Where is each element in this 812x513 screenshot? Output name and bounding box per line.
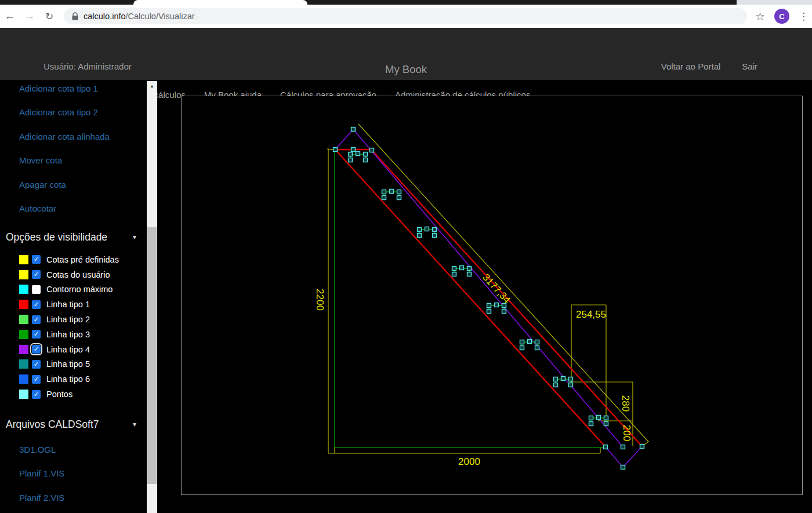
sidebar-tool-link[interactable]: Adicionar cota alinhada [19, 131, 147, 143]
address-bar[interactable]: calculo.info/Calculo/Visualizar [64, 8, 747, 24]
visibility-checkbox[interactable]: ✓ [32, 345, 41, 354]
browser-tab-strip [0, 0, 812, 5]
forward-button[interactable]: → [20, 10, 39, 23]
visibility-option-label: Cotas pré definidas [46, 255, 119, 264]
sidebar-scrollbar[interactable]: ▲ [147, 81, 157, 513]
visibility-option-row: ✓Linha tipo 2 [0, 312, 147, 327]
lines-red [335, 150, 642, 447]
file-list: 3D1.OGLPlanif 1.VISPlanif 2.VISVistaxy.V… [0, 431, 147, 513]
visibility-option-row: Contorno máximo [0, 282, 147, 297]
url-path: /Calculo/Visualizar [126, 12, 195, 21]
visibility-option-label: Linha tipo 2 [46, 315, 90, 324]
files-section-title: Arquivos CALDSoft7 [6, 418, 99, 431]
dim-label-2000: 2000 [458, 456, 480, 467]
sidebar-file-link[interactable]: Planif 1.VIS [19, 468, 147, 479]
visibility-section-title: Opções de visibilidade [6, 231, 107, 243]
visibility-checkbox[interactable]: ✓ [32, 315, 41, 324]
chevron-down-icon: ▾ [133, 418, 136, 431]
visibility-option-label: Linha tipo 5 [46, 359, 90, 369]
sidebar-tool-link[interactable]: Mover cota [19, 155, 147, 166]
bookmark-star-icon[interactable]: ☆ [755, 10, 765, 23]
chevron-down-icon: ▾ [133, 231, 136, 243]
back-arrow-icon: ← [5, 10, 16, 22]
dimension-lines [327, 124, 648, 453]
back-button[interactable]: ← [0, 10, 20, 23]
color-swatch [19, 315, 28, 324]
dim-label-200: 200 [621, 425, 632, 441]
tool-list: Adicionar cota tipo 1Adicionar cota tipo… [0, 80, 147, 214]
reload-icon: ↻ [45, 11, 53, 22]
files-section-header[interactable]: Arquivos CALDSoft7 ▾ [0, 418, 147, 431]
dim-label-280: 280 [620, 395, 631, 412]
visibility-option-label: Linha tipo 1 [46, 300, 90, 309]
logout-link[interactable]: Sair [742, 61, 757, 71]
visibility-option-label: Linha tipo 6 [46, 374, 90, 384]
visibility-checkbox[interactable]: ✓ [32, 300, 41, 309]
sidebar-file-link[interactable]: 3D1.OGL [19, 444, 147, 456]
color-swatch [19, 359, 28, 369]
visibility-option-label: Linha tipo 4 [46, 345, 90, 354]
visibility-option-row: ✓Pontos [0, 387, 147, 402]
color-swatch [19, 285, 28, 294]
color-swatch [19, 330, 28, 339]
active-tab[interactable] [133, 0, 307, 5]
visibility-option-row: ✓Cotas pré definidas [0, 252, 147, 267]
reload-button[interactable]: ↻ [39, 10, 59, 23]
sidebar-tool-link[interactable]: Adicionar cota tipo 2 [19, 107, 147, 118]
drawing-canvas[interactable]: 2200 2000 3177,34 254,55 280 200 [181, 96, 803, 495]
dim-label-2200: 2200 [314, 289, 325, 311]
dim-label-offset: 254,55 [576, 309, 606, 320]
visibility-option-label: Pontos [46, 390, 72, 399]
visibility-option-row: ✓Linha tipo 3 [0, 327, 147, 342]
scroll-up-arrow-icon[interactable]: ▲ [147, 81, 157, 90]
color-swatch [19, 345, 28, 354]
profile-avatar[interactable]: C [774, 9, 789, 24]
visibility-checkbox[interactable]: ✓ [32, 390, 41, 399]
portal-link[interactable]: Voltar ao Portal [661, 61, 721, 71]
visibility-option-row: ✓Linha tipo 5 [0, 357, 147, 372]
forward-arrow-icon: → [24, 10, 35, 22]
visibility-option-row: ✓Linha tipo 6 [0, 372, 147, 387]
color-swatch [19, 255, 28, 264]
cad-drawing: 2200 2000 3177,34 254,55 280 200 [182, 96, 803, 496]
lines-purple [335, 129, 642, 467]
visibility-option-row: ✓Cotas do usuário [0, 267, 147, 282]
sidebar: Adicionar cota tipo 1Adicionar cota tipo… [0, 80, 147, 513]
browser-toolbar: ← → ↻ calculo.info/Calculo/Visualizar ☆ … [0, 5, 812, 28]
scrollbar-thumb[interactable] [147, 227, 157, 484]
visibility-checkbox[interactable]: ✓ [32, 360, 41, 369]
visibility-checkbox[interactable]: ✓ [32, 270, 41, 279]
visibility-checkbox[interactable]: ✓ [32, 255, 41, 264]
sidebar-tool-link[interactable]: Apagar cota [19, 179, 147, 191]
visibility-section-header[interactable]: Opções de visibilidade ▾ [0, 231, 147, 243]
color-swatch [19, 390, 28, 399]
visibility-checkbox[interactable]: ✓ [32, 375, 41, 384]
color-swatch [19, 270, 28, 279]
visibility-option-row: ✓Linha tipo 4 [0, 342, 147, 357]
visibility-checkbox[interactable] [32, 285, 41, 294]
app-header: Usuário: Administrador My Book Voltar ao… [0, 28, 812, 80]
visibility-option-label: Cotas do usuário [46, 270, 110, 279]
url-host: calculo.info [84, 12, 126, 21]
sidebar-tool-link[interactable]: Autocotar [19, 203, 147, 214]
sidebar-file-link[interactable]: Planif 2.VIS [19, 492, 147, 504]
visibility-option-row: ✓Linha tipo 1 [0, 297, 147, 312]
lock-icon [72, 12, 78, 20]
visibility-options: ✓Cotas pré definidas✓Cotas do usuárioCon… [0, 252, 147, 402]
visibility-option-label: Linha tipo 3 [46, 330, 90, 339]
color-swatch [19, 374, 28, 384]
dim-label-diagonal: 3177,34 [480, 272, 513, 305]
tab-strip-right-area [737, 0, 812, 5]
sidebar-tool-link[interactable]: Adicionar cota tipo 1 [19, 83, 147, 94]
visibility-checkbox[interactable]: ✓ [32, 330, 41, 339]
browser-menu-icon[interactable]: ⋮ [799, 10, 809, 23]
color-swatch [19, 300, 28, 309]
step-markers [349, 152, 608, 426]
visibility-option-label: Contorno máximo [46, 285, 113, 294]
